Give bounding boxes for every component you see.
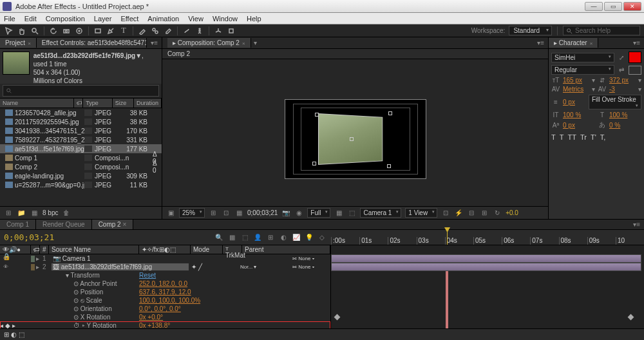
timeline-tracks[interactable] [331,245,644,328]
channel-icon[interactable]: ◉ [294,209,303,218]
frame-blend-icon[interactable]: ⊞ [265,232,276,243]
interpret-icon[interactable]: ⊞ [4,209,13,217]
close-button[interactable]: ✕ [623,2,641,11]
minimize-button[interactable]: — [585,2,603,11]
faux-style-button[interactable]: T [560,133,564,141]
leading-value[interactable]: 372 px [609,77,636,84]
menu-composition[interactable]: Composition [46,15,85,23]
effect-controls-tab[interactable]: Effect Controls: ae51f3deb48f8c5471315dd… [37,38,147,48]
composition-tab[interactable]: ▸ Composition: Comp 2× [167,38,251,48]
faux-style-button[interactable]: TT [567,133,576,141]
hand-tool-icon[interactable] [17,26,27,36]
property-row[interactable]: ⊙ Anchor Point252.0, 182.0, 0.0 [0,279,330,288]
faux-style-button[interactable]: T, [600,133,606,141]
panel-menu-icon[interactable]: ▾≡ [629,220,644,229]
menu-layer[interactable]: Layer [94,15,112,23]
project-item[interactable]: 201175929255945.jpgJPEG38 KB [0,117,162,126]
comp-mini-icon[interactable]: ▦ [227,232,237,243]
new-comp-icon[interactable]: ▦ [30,209,39,217]
axis-tool-icon[interactable] [213,26,223,36]
grid-icon[interactable]: ⊞ [209,209,218,218]
panel-menu-icon[interactable]: ▾≡ [629,39,644,46]
shy-icon[interactable]: 👤 [252,232,263,243]
motion-blur-icon[interactable]: ◐ [278,232,289,243]
brainstorm-icon[interactable]: 💡 [304,232,314,243]
close-icon[interactable]: × [28,41,31,46]
puppet-tool-icon[interactable] [194,26,205,36]
kerning-value[interactable]: Metrics [563,86,589,93]
guides-icon[interactable]: ⊡ [222,209,231,218]
views-dropdown[interactable]: 1 View [405,208,437,218]
stroke-order-dropdown[interactable]: Fill Over Stroke [589,95,641,109]
property-row[interactable]: ⊙ ⎋ Scale100.0, 100.0, 100.0% [0,296,330,305]
stroke-width-value[interactable]: 0 px [563,99,586,106]
property-row[interactable]: ⊙ Orientation0.0°, 0.0°, 0.0° [0,305,330,313]
property-row[interactable]: ◂ ◆ ▸⏱ ▹ Y Rotation0x +138.8° [0,321,330,328]
panel-menu-icon[interactable]: ▾≡ [147,39,162,46]
flowchart-icon[interactable]: ⊞ [480,209,489,218]
timecode-display[interactable]: 0;00;03;21 [4,232,54,242]
trash-icon[interactable]: 🗑 [62,209,71,217]
baseline-value[interactable]: 0 px [563,122,595,129]
3d-icon[interactable]: ⬚ [347,209,356,218]
timeline-tab-comp1[interactable]: Comp 1 [0,220,36,229]
menu-edit[interactable]: Edit [24,15,37,23]
menu-view[interactable]: View [188,15,204,23]
project-list[interactable]: 1236570428_afile.jpgJPEG38 KB20117592925… [0,108,162,206]
faux-style-button[interactable]: Tr [580,133,587,141]
tracking-value[interactable]: -3 [609,86,636,93]
timeline-tab-comp2[interactable]: Comp 2 × [92,220,134,229]
character-tab[interactable]: ▸ Character× [549,38,598,48]
menu-file[interactable]: File [4,15,15,23]
workspace-dropdown[interactable]: Standard [509,26,552,35]
folder-icon[interactable]: 📁 [17,209,26,217]
exposure-value[interactable]: +0.0 [506,209,518,216]
project-item[interactable]: eagle-landing.jpgJPEG309 KB [0,171,162,180]
hscale-value[interactable]: 100 % [609,111,641,118]
project-search-input[interactable] [3,85,159,97]
project-item[interactable]: 3041938...345476151_2.jpgJPEG170 KB [0,126,162,135]
toggle-switches-icon[interactable]: ⊞ ◐ ⬚ [4,331,24,338]
project-item[interactable]: u=25287...m=90&gp=0.jpgJPEG11 KB [0,180,162,189]
menu-help[interactable]: Help [247,15,261,23]
resolution-dropdown[interactable]: Full [307,208,330,218]
auto-keyframe-icon[interactable]: ◇ [317,232,327,243]
eraser-tool-icon[interactable] [163,26,173,36]
menu-animation[interactable]: Animation [147,15,179,23]
font-style-dropdown[interactable]: Regular [551,65,614,75]
current-time[interactable]: 0;00;03;21 [247,209,278,216]
search-layers-icon[interactable]: 🔍 [214,232,224,243]
stroke-color-swatch[interactable] [629,66,641,75]
project-item[interactable]: Comp 2Composi...nΔ 0 [0,162,162,171]
pan-behind-tool-icon[interactable] [74,26,84,36]
search-help-input[interactable]: Search Help [563,26,640,35]
comp-breadcrumb[interactable]: Comp 2 [162,49,548,59]
selection-tool-icon[interactable] [4,26,14,36]
text-tool-icon[interactable]: T [118,26,129,36]
draft3d-icon[interactable]: ⬚ [240,232,250,243]
menu-window[interactable]: Window [213,15,238,23]
exposure-reset-icon[interactable]: ↻ [493,209,502,218]
panel-menu-icon[interactable]: ▾≡ [533,39,548,46]
rect-tool-icon[interactable] [93,26,103,36]
zoom-tool-icon[interactable] [30,26,40,36]
project-tab[interactable]: Project× [0,38,37,48]
transparency-icon[interactable]: ▦ [334,209,343,218]
comp-canvas[interactable] [285,99,426,179]
region-icon[interactable]: ▣ [166,209,175,218]
eyedropper-icon[interactable]: ⤢ [617,54,626,61]
keyframe-icon[interactable] [334,314,341,321]
zoom-dropdown[interactable]: 25% [179,208,205,218]
vscale-value[interactable]: 100 % [563,111,595,118]
comp-viewport[interactable] [162,59,548,206]
property-row[interactable]: ⊙ Position637.6, 317.9, 12.0 [0,288,330,296]
bpc-label[interactable]: 8 bpc [43,209,58,216]
timeline-icon[interactable]: ⊟ [467,209,476,218]
property-row[interactable]: ⊙ X Rotation0x +0.0° [0,313,330,321]
stroke-swap-icon[interactable]: ⇄ [617,66,626,73]
layer-bar-image[interactable] [331,263,641,271]
brush-tool-icon[interactable] [137,26,147,36]
project-item[interactable]: 1236570428_afile.jpgJPEG38 KB [0,108,162,117]
maximize-button[interactable]: ▭ [604,2,622,11]
pixel-aspect-icon[interactable]: ⊡ [441,209,450,218]
